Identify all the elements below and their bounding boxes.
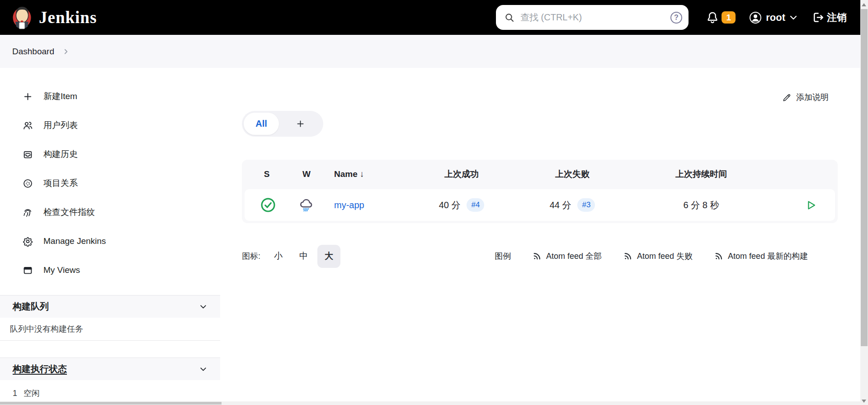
add-description-label: 添加说明 (796, 92, 829, 103)
rain-cloud-weather-icon (298, 197, 315, 213)
build-now-play-icon[interactable] (805, 199, 817, 211)
sidebar: 新建Item 用户列表 构建历史 (0, 68, 220, 405)
jenkins-dashboard: Jenkins ? 1 (0, 0, 868, 405)
atom-feed-all-link[interactable]: Atom feed 全部 (533, 251, 602, 262)
jobs-table: S W Name ↓ 上次成功 上次失败 上次持续时间 (242, 160, 838, 223)
column-header-last-failure[interactable]: 上次失败 (511, 168, 633, 180)
logout-icon[interactable] (811, 11, 824, 24)
horizontal-scrollbar-thumb[interactable] (0, 402, 222, 405)
icon-size-large-button[interactable]: 大 (317, 245, 340, 268)
fingerprint-icon (23, 207, 33, 218)
notifications-bell-icon[interactable] (706, 10, 719, 25)
sidebar-item-project-relationship[interactable]: 项目关系 (0, 169, 220, 198)
feed-label: Atom feed 最新的构建 (728, 251, 808, 262)
build-history-icon (23, 149, 33, 160)
last-success-time: 40 分 (439, 199, 461, 211)
weather-cell (292, 197, 321, 213)
jenkins-logo-icon (11, 5, 33, 30)
chevron-down-icon[interactable] (198, 302, 208, 311)
jobs-table-header: S W Name ↓ 上次成功 上次失败 上次持续时间 (242, 160, 838, 189)
column-header-name[interactable]: Name ↓ (321, 169, 412, 179)
search-input[interactable] (520, 12, 670, 23)
sidebar-item-label: 构建历史 (43, 148, 78, 160)
icon-size-medium-button[interactable]: 中 (292, 245, 315, 268)
actions-cell (769, 199, 835, 211)
user-menu[interactable]: root (766, 12, 785, 24)
people-icon (23, 120, 33, 131)
last-failure-time: 44 分 (550, 199, 571, 211)
chevron-down-icon[interactable] (198, 364, 208, 374)
sidebar-item-label: 新建Item (43, 91, 77, 102)
job-link[interactable]: my-app (334, 200, 364, 210)
user-menu-chevron-down-icon[interactable] (790, 15, 797, 20)
vertical-scrollbar-thumb[interactable] (861, 9, 868, 346)
sidebar-item-build-history[interactable]: 构建历史 (0, 140, 220, 169)
sidebar-item-people[interactable]: 用户列表 (0, 111, 220, 140)
executor-number: 1 (13, 389, 17, 398)
scroll-down-button[interactable] (862, 400, 866, 403)
feed-label: Atom feed 全部 (546, 251, 602, 262)
column-header-last-success[interactable]: 上次成功 (412, 168, 511, 180)
build-queue-title: 构建队列 (13, 300, 49, 313)
views-tabbar: All (242, 111, 323, 137)
executor-status-section-header[interactable]: 构建执行状态 (0, 357, 220, 380)
sidebar-item-fingerprint[interactable]: 检查文件指纹 (0, 198, 220, 227)
column-header-last-duration[interactable]: 上次持续时间 (633, 168, 769, 180)
table-row: my-app 40 分 #4 44 分 #3 6 分 8 秒 (245, 189, 835, 221)
atom-feed-failures-link[interactable]: Atom feed 失败 (623, 251, 693, 262)
sidebar-item-new-item[interactable]: 新建Item (0, 82, 220, 111)
last-failure-cell: 44 分 #3 (511, 198, 633, 212)
legend-link[interactable]: 图例 (495, 251, 511, 262)
jenkins-home-link[interactable]: Jenkins (11, 5, 97, 30)
build-queue-empty-message: 队列中没有构建任务 (0, 318, 220, 341)
last-duration-cell: 6 分 8 秒 (633, 199, 769, 211)
search-help-icon[interactable]: ? (670, 12, 682, 24)
build-status-cell (245, 197, 292, 213)
job-name-cell: my-app (321, 200, 412, 210)
pencil-icon (782, 93, 792, 102)
new-view-button[interactable] (279, 113, 321, 135)
column-header-weather[interactable]: W (292, 169, 321, 179)
breadcrumb: Dashboard (0, 35, 860, 68)
search-box: ? (496, 5, 689, 30)
column-header-status[interactable]: S (242, 169, 292, 179)
search-icon (504, 12, 515, 23)
last-failure-build-link[interactable]: #3 (577, 198, 595, 212)
top-header: Jenkins ? 1 (0, 0, 868, 35)
executor-status-title[interactable]: 构建执行状态 (13, 363, 67, 375)
build-queue-section-header[interactable]: 构建队列 (0, 295, 220, 318)
horizontal-scrollbar[interactable] (0, 401, 860, 405)
legend-feeds-bar: 图例 Atom feed 全部 Atom feed 失败 (495, 244, 808, 268)
sidebar-item-label: Manage Jenkins (43, 236, 106, 246)
feed-label: Atom feed 失败 (637, 251, 693, 262)
executor-status-label: 空闲 (24, 388, 40, 399)
sidebar-item-label: 检查文件指纹 (43, 206, 95, 218)
sidebar-item-label: 项目关系 (43, 177, 78, 189)
success-check-circle-icon[interactable] (260, 197, 276, 213)
new-view-plus-icon (296, 119, 305, 129)
rss-icon (623, 252, 632, 261)
notification-count-badge[interactable]: 1 (722, 11, 736, 24)
user-avatar-icon[interactable] (749, 11, 762, 24)
sidebar-item-my-views[interactable]: My Views (0, 256, 220, 285)
brand-title: Jenkins (39, 8, 97, 27)
atom-feed-latest-link[interactable]: Atom feed 最新的构建 (714, 251, 808, 262)
scroll-up-button[interactable] (862, 3, 866, 6)
rss-icon (533, 252, 542, 261)
sidebar-item-label: My Views (43, 265, 80, 275)
vertical-scrollbar[interactable] (860, 0, 868, 405)
plus-icon (23, 91, 33, 102)
my-views-icon (23, 265, 33, 276)
icon-size-control: 图标: 小 中 大 (242, 244, 343, 268)
sidebar-item-manage-jenkins[interactable]: Manage Jenkins (0, 227, 220, 256)
icon-size-small-button[interactable]: 小 (267, 245, 290, 268)
last-success-cell: 40 分 #4 (412, 198, 511, 212)
add-description-button[interactable]: 添加说明 (782, 92, 829, 103)
tab-all[interactable]: All (244, 113, 279, 135)
header-actions: 1 root 注销 (706, 0, 847, 35)
rss-icon (714, 252, 723, 261)
breadcrumb-dashboard-link[interactable]: Dashboard (12, 47, 54, 57)
last-success-build-link[interactable]: #4 (467, 198, 484, 212)
logout-button[interactable]: 注销 (827, 11, 847, 24)
breadcrumb-chevron-icon (62, 48, 70, 56)
